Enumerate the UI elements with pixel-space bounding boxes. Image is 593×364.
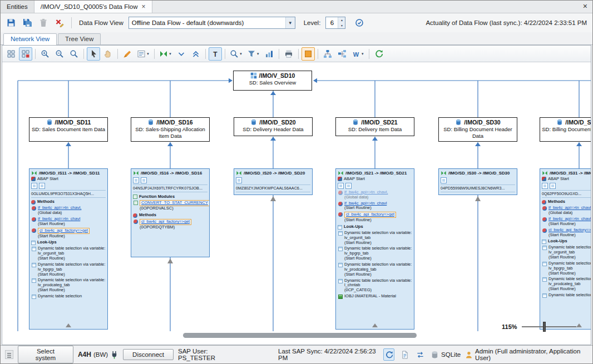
collapse-all-icon[interactable]	[189, 47, 202, 61]
detail-link[interactable]: if_bw4c_api=>tn_chavl,	[38, 205, 81, 210]
network-layout-icon[interactable]	[335, 47, 349, 61]
detail-link[interactable]: if_bw4c_api=>tn_chavl,	[344, 190, 388, 195]
transformation-node[interactable]: /IMO/SD_IS16 -> /IMO/D_SD1604NSJPJ4JX69T…	[131, 168, 210, 257]
align-grid-icon[interactable]	[4, 47, 18, 61]
detail-badge-icon[interactable]	[441, 177, 447, 183]
detail-badge-icon[interactable]	[236, 177, 242, 183]
node-d-sd11[interactable]: /IMO/D_SD11 SD: Sales Document Item Data	[29, 117, 108, 142]
text-tool-icon[interactable]	[209, 47, 222, 61]
format-painter-icon[interactable]	[121, 47, 134, 61]
node-d-sd20[interactable]: /IMO/D_SD20 SD: Delivery Header Data	[234, 117, 313, 136]
detail-link[interactable]: if_bw4c_api=>tn_chavl	[548, 216, 591, 221]
detail-badge-icon[interactable]	[133, 177, 139, 183]
save-icon[interactable]	[4, 16, 18, 29]
detail-link[interactable]: if_bw4c_api=>tn_chavl	[38, 216, 80, 221]
chevron-down-icon[interactable]: ▼	[285, 17, 295, 28]
transformation-node[interactable]: /IMO/SD_IS11 -> /IMO/D_SD11ABAP Start0GL…	[29, 168, 108, 330]
transformation-title[interactable]: /IMO/SD_IS31 -> /IMO/D_SD31	[542, 170, 591, 176]
snap-grid-icon[interactable]	[19, 47, 32, 61]
detail-link[interactable]: if_bw4c_api=>tn_chavl	[344, 201, 387, 206]
diagram-canvas[interactable]: /IMO/V_SD10 SD: Sales Overview /IMO/D_SD…	[2, 62, 591, 345]
zoom-slider[interactable]	[522, 326, 576, 327]
datastore-icon	[46, 119, 53, 126]
window-close-icon[interactable]: ×	[583, 2, 587, 10]
zoom-slider-thumb[interactable]	[543, 322, 546, 332]
validity-check-icon[interactable]	[353, 16, 366, 29]
detail-item: if_bw4c_api=>tn_chavl,(Global data)	[542, 206, 591, 216]
tab-entities[interactable]: Entities	[1, 1, 34, 13]
detail-badge-icon[interactable]	[542, 183, 548, 189]
compare-sync-icon[interactable]	[415, 348, 426, 361]
transformation-filter-icon[interactable]: ▼	[157, 47, 174, 61]
detail-badge-icon[interactable]	[550, 183, 556, 189]
horizontal-scrollbar[interactable]	[183, 333, 417, 338]
transformation-node[interactable]: /IMO/SD_IS31 -> /IMO/D_SD31ABAP Start0Q6…	[540, 168, 591, 330]
detail-link[interactable]: if_bw4c_api=>tn_chavl,	[548, 205, 591, 210]
disconnect-button[interactable]: Disconnect	[123, 349, 174, 360]
analysis-chart-icon[interactable]	[263, 47, 276, 61]
highlight-mode-icon[interactable]	[302, 47, 315, 61]
detail-item: Dynamic table selection via variable: lv…	[338, 246, 412, 261]
tab-network-view[interactable]: Network View	[3, 33, 57, 45]
level-spinner[interactable]: 6 ▲▼	[325, 17, 345, 29]
transformation-icon	[441, 170, 447, 176]
node-v-sd10[interactable]: /IMO/V_SD10 SD: Sales Overview	[233, 71, 312, 91]
detail-badge-icon[interactable]	[141, 177, 147, 183]
detail-link[interactable]: CONVERT_TO_STAT_CURRENCY	[141, 200, 208, 205]
node-d-sd31[interactable]: /IMO/D_SD31 SD: Billing Document Item Da…	[540, 117, 591, 142]
pan-hand-icon[interactable]	[101, 47, 115, 61]
detail-link[interactable]: cl_bw4c_api_factory=>get	[141, 219, 190, 224]
transformation-title[interactable]: /IMO/SD_IS20 -> /IMO/D_SD20	[236, 170, 310, 176]
detail-badge-icon[interactable]	[31, 183, 37, 189]
method-icon	[542, 206, 547, 211]
detail-link[interactable]: cl_bw4c_api_factory=>get	[346, 212, 394, 217]
detail-link[interactable]: cl_bw4c_api_factory=>get	[39, 228, 88, 233]
hierarchy-view-icon[interactable]	[321, 47, 334, 61]
where-used-icon[interactable]: ▼	[350, 47, 366, 61]
datastore-icon	[455, 119, 462, 126]
select-system-button[interactable]: Select system	[18, 346, 73, 363]
tab-data-flow[interactable]: /IMO/V_SD10_Q0005's Data Flow ×	[34, 1, 152, 13]
save-all-icon[interactable]	[21, 16, 34, 29]
transformation-title[interactable]: /IMO/SD_IS11 -> /IMO/D_SD11	[31, 170, 106, 176]
transformation-title[interactable]: /IMO/SD_IS16 -> /IMO/D_SD16	[133, 170, 207, 176]
transformation-type: ABAP Start	[338, 177, 412, 182]
spinner-down-icon[interactable]: ▼	[338, 23, 345, 28]
tab-close-icon[interactable]: ×	[142, 3, 146, 10]
transformation-type: ABAP Start	[542, 177, 591, 182]
select-cursor-icon[interactable]	[87, 47, 100, 61]
spinner-up-icon[interactable]: ▲	[338, 17, 345, 23]
tab-tree-view[interactable]: Tree View	[58, 33, 101, 44]
transformation-title[interactable]: /IMO/SD_IS30 -> /IMO/D_SD30	[441, 170, 515, 176]
delete-icon[interactable]	[37, 16, 50, 29]
node-d-sd21[interactable]: /IMO/D_SD21 SD: Delivery Item Data	[335, 117, 414, 136]
display-options-icon[interactable]: ▼	[135, 47, 151, 61]
zoom-out-icon[interactable]	[53, 47, 66, 61]
node-d-sd16[interactable]: /IMO/D_SD16 SD: Sales-Shipping Allocatio…	[131, 117, 210, 142]
log-document-icon[interactable]	[399, 348, 410, 361]
zoom-in-icon[interactable]	[38, 47, 52, 61]
lookup-icon	[338, 263, 343, 267]
section-header: Function Modules	[133, 194, 207, 199]
detail-badge-icon[interactable]	[39, 183, 45, 189]
detail-badge-icon[interactable]	[338, 183, 344, 189]
printer-icon[interactable]	[282, 47, 295, 61]
database-icon	[431, 351, 439, 359]
refresh-icon[interactable]	[372, 47, 386, 61]
filter-search-icon[interactable]: ▼	[245, 47, 261, 61]
detail-badge-icon[interactable]	[345, 183, 352, 189]
search-icon[interactable]: ▼	[228, 47, 244, 61]
zoom-reset-icon[interactable]	[67, 47, 81, 61]
transformation-title[interactable]: /IMO/SD_IS21 -> /IMO/D_SD21	[338, 170, 412, 176]
transformation-node[interactable]: /IMO/SD_IS30 -> /IMO/D_SD3004PD55998W9UI…	[438, 168, 517, 195]
data-flow-view-select[interactable]: Offline Data Flow - default (downwards) …	[129, 17, 295, 29]
transformation-node[interactable]: /IMO/SD_IS21 -> /IMO/D_SD21ABAP Startif_…	[335, 168, 414, 330]
expand-all-icon[interactable]	[175, 47, 188, 61]
node-d-sd30[interactable]: /IMO/D_SD30 SD: Billing Document Header …	[438, 117, 517, 142]
transformation-node[interactable]: /IMO/SD_IS20 -> /IMO/D_SD200MZ80ZYJMOFKW…	[234, 168, 313, 195]
node-title: /IMO/D_SD30	[464, 119, 500, 126]
sync-refresh-icon[interactable]	[383, 348, 394, 361]
plug-icon	[110, 351, 118, 359]
detail-link[interactable]: cl_bw4c_api_factory=>get	[548, 227, 591, 232]
discard-changes-icon[interactable]	[53, 16, 66, 29]
